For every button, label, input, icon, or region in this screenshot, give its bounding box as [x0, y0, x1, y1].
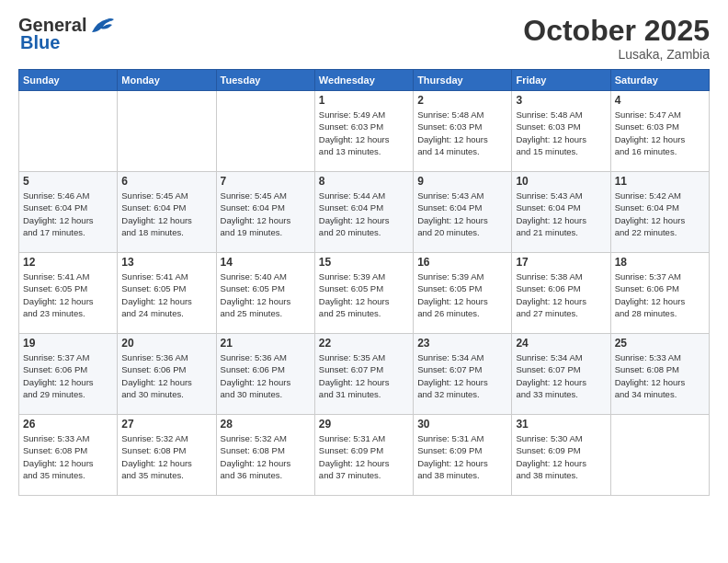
- col-header-friday: Friday: [512, 70, 610, 91]
- day-number: 26: [23, 418, 113, 431]
- day-info: Sunrise: 5:37 AM Sunset: 6:06 PM Dayligh…: [615, 270, 705, 319]
- calendar-cell: 29Sunrise: 5:31 AM Sunset: 6:09 PM Dayli…: [314, 415, 413, 496]
- day-number: 23: [417, 337, 507, 350]
- calendar-header-row: SundayMondayTuesdayWednesdayThursdayFrid…: [19, 70, 710, 91]
- day-number: 5: [23, 175, 113, 188]
- title-block: October 2025 Lusaka, Zambia: [523, 15, 710, 62]
- col-header-wednesday: Wednesday: [314, 70, 413, 91]
- day-info: Sunrise: 5:49 AM Sunset: 6:03 PM Dayligh…: [319, 109, 409, 157]
- day-info: Sunrise: 5:32 AM Sunset: 6:08 PM Dayligh…: [121, 432, 211, 481]
- day-info: Sunrise: 5:41 AM Sunset: 6:05 PM Dayligh…: [23, 270, 113, 319]
- calendar-cell: 1Sunrise: 5:49 AM Sunset: 6:03 PM Daylig…: [314, 91, 413, 172]
- day-info: Sunrise: 5:45 AM Sunset: 6:04 PM Dayligh…: [221, 190, 311, 238]
- calendar-cell: [19, 91, 118, 172]
- day-info: Sunrise: 5:31 AM Sunset: 6:09 PM Dayligh…: [417, 432, 507, 481]
- calendar-cell: 25Sunrise: 5:33 AM Sunset: 6:08 PM Dayli…: [610, 334, 709, 415]
- calendar-cell: 27Sunrise: 5:32 AM Sunset: 6:08 PM Dayli…: [118, 415, 216, 496]
- calendar-cell: 5Sunrise: 5:46 AM Sunset: 6:04 PM Daylig…: [19, 172, 118, 253]
- calendar-cell: 13Sunrise: 5:41 AM Sunset: 6:05 PM Dayli…: [118, 253, 216, 334]
- calendar-cell: 20Sunrise: 5:36 AM Sunset: 6:06 PM Dayli…: [118, 334, 216, 415]
- calendar-cell: 10Sunrise: 5:43 AM Sunset: 6:04 PM Dayli…: [512, 172, 610, 253]
- logo-blue: Blue: [20, 32, 60, 53]
- day-number: 17: [516, 256, 606, 269]
- day-info: Sunrise: 5:34 AM Sunset: 6:07 PM Dayligh…: [516, 351, 606, 400]
- day-number: 21: [221, 337, 311, 350]
- day-number: 20: [121, 337, 211, 350]
- calendar-cell: 2Sunrise: 5:48 AM Sunset: 6:03 PM Daylig…: [414, 91, 512, 172]
- day-info: Sunrise: 5:47 AM Sunset: 6:03 PM Dayligh…: [615, 109, 705, 157]
- day-info: Sunrise: 5:36 AM Sunset: 6:06 PM Dayligh…: [121, 351, 211, 400]
- day-number: 25: [615, 337, 705, 350]
- calendar-week-2: 5Sunrise: 5:46 AM Sunset: 6:04 PM Daylig…: [19, 172, 710, 253]
- day-number: 24: [516, 337, 606, 350]
- day-info: Sunrise: 5:35 AM Sunset: 6:07 PM Dayligh…: [319, 351, 409, 400]
- calendar-cell: 18Sunrise: 5:37 AM Sunset: 6:06 PM Dayli…: [610, 253, 709, 334]
- calendar-cell: 26Sunrise: 5:33 AM Sunset: 6:08 PM Dayli…: [19, 415, 118, 496]
- day-number: 27: [121, 418, 211, 431]
- day-number: 1: [319, 94, 409, 107]
- day-number: 18: [615, 256, 705, 269]
- col-header-sunday: Sunday: [19, 70, 118, 91]
- day-number: 19: [23, 337, 113, 350]
- day-info: Sunrise: 5:32 AM Sunset: 6:08 PM Dayligh…: [221, 432, 311, 481]
- day-number: 14: [221, 256, 311, 269]
- day-info: Sunrise: 5:34 AM Sunset: 6:07 PM Dayligh…: [417, 351, 507, 400]
- day-number: 9: [417, 175, 507, 188]
- day-number: 4: [615, 94, 705, 107]
- calendar-cell: 17Sunrise: 5:38 AM Sunset: 6:06 PM Dayli…: [512, 253, 610, 334]
- calendar-cell: 19Sunrise: 5:37 AM Sunset: 6:06 PM Dayli…: [19, 334, 118, 415]
- location: Lusaka, Zambia: [523, 47, 710, 62]
- day-info: Sunrise: 5:31 AM Sunset: 6:09 PM Dayligh…: [319, 432, 409, 481]
- day-info: Sunrise: 5:43 AM Sunset: 6:04 PM Dayligh…: [417, 190, 507, 238]
- day-info: Sunrise: 5:38 AM Sunset: 6:06 PM Dayligh…: [516, 270, 606, 319]
- calendar-cell: 23Sunrise: 5:34 AM Sunset: 6:07 PM Dayli…: [414, 334, 512, 415]
- day-number: 16: [417, 256, 507, 269]
- day-info: Sunrise: 5:43 AM Sunset: 6:04 PM Dayligh…: [516, 190, 606, 238]
- day-number: 3: [516, 94, 606, 107]
- calendar-cell: 31Sunrise: 5:30 AM Sunset: 6:09 PM Dayli…: [512, 415, 610, 496]
- calendar-cell: 3Sunrise: 5:48 AM Sunset: 6:03 PM Daylig…: [512, 91, 610, 172]
- day-info: Sunrise: 5:39 AM Sunset: 6:05 PM Dayligh…: [319, 270, 409, 319]
- calendar-cell: 21Sunrise: 5:36 AM Sunset: 6:06 PM Dayli…: [216, 334, 314, 415]
- calendar-cell: 22Sunrise: 5:35 AM Sunset: 6:07 PM Dayli…: [314, 334, 413, 415]
- calendar-cell: 7Sunrise: 5:45 AM Sunset: 6:04 PM Daylig…: [216, 172, 314, 253]
- col-header-saturday: Saturday: [610, 70, 709, 91]
- day-number: 8: [319, 175, 409, 188]
- col-header-monday: Monday: [118, 70, 216, 91]
- day-info: Sunrise: 5:46 AM Sunset: 6:04 PM Dayligh…: [23, 190, 113, 238]
- calendar-cell: [610, 415, 709, 496]
- day-info: Sunrise: 5:37 AM Sunset: 6:06 PM Dayligh…: [23, 351, 113, 400]
- day-number: 7: [221, 175, 311, 188]
- header: General Blue October 2025 Lusaka, Zambia: [18, 15, 710, 62]
- day-number: 6: [121, 175, 211, 188]
- calendar-week-3: 12Sunrise: 5:41 AM Sunset: 6:05 PM Dayli…: [19, 253, 710, 334]
- day-number: 2: [417, 94, 507, 107]
- calendar-cell: 6Sunrise: 5:45 AM Sunset: 6:04 PM Daylig…: [118, 172, 216, 253]
- calendar-cell: 28Sunrise: 5:32 AM Sunset: 6:08 PM Dayli…: [216, 415, 314, 496]
- day-number: 29: [319, 418, 409, 431]
- day-info: Sunrise: 5:39 AM Sunset: 6:05 PM Dayligh…: [417, 270, 507, 319]
- day-info: Sunrise: 5:44 AM Sunset: 6:04 PM Dayligh…: [319, 190, 409, 238]
- day-number: 15: [319, 256, 409, 269]
- calendar-cell: 16Sunrise: 5:39 AM Sunset: 6:05 PM Dayli…: [414, 253, 512, 334]
- calendar-cell: 30Sunrise: 5:31 AM Sunset: 6:09 PM Dayli…: [414, 415, 512, 496]
- logo: General Blue: [18, 15, 114, 53]
- day-info: Sunrise: 5:48 AM Sunset: 6:03 PM Dayligh…: [516, 109, 606, 157]
- calendar-table: SundayMondayTuesdayWednesdayThursdayFrid…: [18, 69, 710, 496]
- day-number: 11: [615, 175, 705, 188]
- day-number: 30: [417, 418, 507, 431]
- calendar-cell: 15Sunrise: 5:39 AM Sunset: 6:05 PM Dayli…: [314, 253, 413, 334]
- calendar-cell: 24Sunrise: 5:34 AM Sunset: 6:07 PM Dayli…: [512, 334, 610, 415]
- day-number: 10: [516, 175, 606, 188]
- day-number: 31: [516, 418, 606, 431]
- day-info: Sunrise: 5:33 AM Sunset: 6:08 PM Dayligh…: [615, 351, 705, 400]
- calendar-cell: 8Sunrise: 5:44 AM Sunset: 6:04 PM Daylig…: [314, 172, 413, 253]
- day-number: 22: [319, 337, 409, 350]
- day-info: Sunrise: 5:41 AM Sunset: 6:05 PM Dayligh…: [121, 270, 211, 319]
- day-info: Sunrise: 5:48 AM Sunset: 6:03 PM Dayligh…: [417, 109, 507, 157]
- calendar-cell: 12Sunrise: 5:41 AM Sunset: 6:05 PM Dayli…: [19, 253, 118, 334]
- day-info: Sunrise: 5:42 AM Sunset: 6:04 PM Dayligh…: [615, 190, 705, 238]
- calendar-cell: [216, 91, 314, 172]
- page: General Blue October 2025 Lusaka, Zambia…: [0, 0, 728, 563]
- calendar-cell: 4Sunrise: 5:47 AM Sunset: 6:03 PM Daylig…: [610, 91, 709, 172]
